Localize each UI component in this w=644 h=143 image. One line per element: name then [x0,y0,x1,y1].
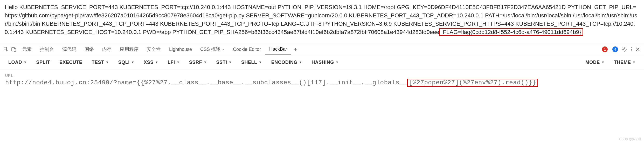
url-section: URL http://node4.buuoj.cn:25499/?name={{… [0,70,644,88]
lfi-button[interactable]: LFI▼ [163,55,184,70]
tab-css-overview-label: CSS 概述 [200,46,220,52]
split-button[interactable]: SPLIT [31,55,55,70]
device-toggle-icon[interactable] [10,46,17,53]
encoding-label: ENCODING [271,60,297,65]
mode-button[interactable]: MODE▼ [581,55,609,70]
tab-css-overview[interactable]: CSS 概述 ▲ [196,44,229,55]
flag-highlight: FLAG=flag{0cdd12d8-f552-4c6d-a476-49011d… [439,28,583,36]
kebab-icon[interactable] [631,47,632,52]
shell-label: SHELL [241,60,257,65]
caret-down-icon: ▼ [106,60,109,64]
svg-point-3 [624,49,625,50]
theme-button[interactable]: THEME▼ [609,55,640,70]
caret-down-icon: ▼ [24,60,27,64]
add-tab-button[interactable]: + [291,46,300,53]
hashing-button[interactable]: HASHING▼ [307,55,343,70]
error-count: 1 [602,46,608,52]
caret-down-icon: ▼ [601,60,605,64]
tab-memory[interactable]: 内存 [98,44,116,55]
caret-down-icon: ▼ [633,60,636,64]
caret-down-icon: ▼ [177,60,180,64]
hashing-label: HASHING [311,60,334,65]
ssrf-button[interactable]: SSRF▼ [184,55,211,70]
load-label: LOAD [8,60,22,65]
gear-icon[interactable] [622,47,627,52]
beta-icon: ▲ [222,48,225,51]
tab-hackbar[interactable]: HackBar [265,44,291,55]
devtools-tab-strip: 元素 控制台 源代码 网络 内存 应用程序 安全性 Lighthouse CSS… [0,44,644,55]
error-badge[interactable]: 1 [601,46,608,52]
execute-button[interactable]: EXECUTE [55,55,87,70]
ssti-button[interactable]: SSTI▼ [211,55,236,70]
theme-label: THEME [614,60,631,65]
url-input[interactable]: http://node4.buuoj.cn:25499/?name={{%27%… [5,79,639,86]
test-button[interactable]: TEST▼ [87,55,113,70]
tab-application[interactable]: 应用程序 [116,44,143,55]
xss-button[interactable]: XSS▼ [139,55,163,70]
xss-label: XSS [144,60,154,65]
mode-label: MODE [585,60,600,65]
ssti-label: SSTI [216,60,227,65]
svg-point-4 [631,47,632,48]
tab-sources[interactable]: 源代码 [58,44,80,55]
caret-down-icon: ▼ [299,60,302,64]
hackbar-toolbar: LOAD▼ SPLIT EXECUTE TEST▼ SQLI▼ XSS▼ LFI… [0,55,644,70]
page-response-text: Hello KUBERNETES_SERVICE_PORT=443 KUBERN… [0,0,644,39]
close-icon[interactable] [636,47,640,51]
inspect-icon[interactable] [3,46,9,53]
caret-down-icon: ▼ [155,60,158,64]
info-count: 4 [612,46,618,52]
svg-point-6 [631,50,632,51]
url-prefix: http://node4.buuoj.cn:25499/?name={{%27%… [5,79,407,86]
url-label: URL [5,73,639,78]
caret-down-icon: ▼ [204,60,207,64]
url-highlight: [%27popen%27](%27env%27).read()}} [407,79,538,87]
svg-rect-2 [14,49,16,51]
sqli-button[interactable]: SQLI▼ [114,55,139,70]
svg-point-5 [631,49,632,50]
tab-network[interactable]: 网络 [80,44,98,55]
load-button[interactable]: LOAD▼ [4,55,31,70]
info-badge[interactable]: 4 [611,46,618,52]
lfi-label: LFI [168,60,175,65]
sqli-label: SQLI [118,60,130,65]
caret-down-icon: ▼ [336,60,339,64]
shell-button[interactable]: SHELL▼ [237,55,267,70]
tab-console[interactable]: 控制台 [36,44,58,55]
watermark: CSDN @陈艺秋 [619,137,641,141]
encoding-button[interactable]: ENCODING▼ [267,55,307,70]
tab-cookie-editor[interactable]: Cookie Editor [229,44,265,55]
test-label: TEST [92,60,104,65]
tab-security[interactable]: 安全性 [143,44,165,55]
tab-elements[interactable]: 元素 [18,44,36,55]
caret-down-icon: ▼ [228,60,232,64]
caret-down-icon: ▼ [131,60,134,64]
ssrf-label: SSRF [189,60,202,65]
caret-down-icon: ▼ [259,60,262,64]
tab-lighthouse[interactable]: Lighthouse [165,44,196,55]
